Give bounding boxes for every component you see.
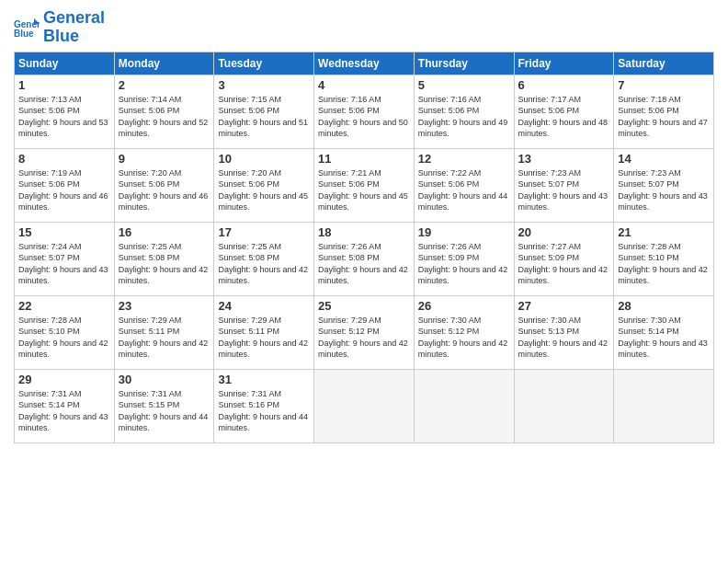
day-number: 21 xyxy=(618,225,710,239)
day-cell: 11 Sunrise: 7:21 AM Sunset: 5:06 PM Dayl… xyxy=(314,148,415,222)
day-cell: 8 Sunrise: 7:19 AM Sunset: 5:06 PM Dayli… xyxy=(15,148,115,222)
day-cell: 25 Sunrise: 7:29 AM Sunset: 5:12 PM Dayl… xyxy=(314,295,415,369)
week-row-3: 15 Sunrise: 7:24 AM Sunset: 5:07 PM Dayl… xyxy=(15,222,714,295)
day-number: 22 xyxy=(18,299,110,313)
day-info: Sunrise: 7:29 AM Sunset: 5:11 PM Dayligh… xyxy=(218,315,310,361)
day-cell: 3 Sunrise: 7:15 AM Sunset: 5:06 PM Dayli… xyxy=(214,75,314,148)
logo-icon: General Blue xyxy=(14,15,40,40)
day-info: Sunrise: 7:30 AM Sunset: 5:13 PM Dayligh… xyxy=(518,315,610,361)
day-cell: 22 Sunrise: 7:28 AM Sunset: 5:10 PM Dayl… xyxy=(15,295,115,369)
day-cell: 12 Sunrise: 7:22 AM Sunset: 5:06 PM Dayl… xyxy=(414,148,514,222)
day-info: Sunrise: 7:28 AM Sunset: 5:10 PM Dayligh… xyxy=(618,241,710,287)
day-cell: 6 Sunrise: 7:17 AM Sunset: 5:06 PM Dayli… xyxy=(514,75,614,148)
day-cell: 16 Sunrise: 7:25 AM Sunset: 5:08 PM Dayl… xyxy=(114,222,214,295)
day-number: 2 xyxy=(119,78,210,92)
day-number: 7 xyxy=(618,78,710,92)
day-info: Sunrise: 7:20 AM Sunset: 5:06 PM Dayligh… xyxy=(119,167,210,213)
day-info: Sunrise: 7:28 AM Sunset: 5:10 PM Dayligh… xyxy=(18,315,110,361)
day-info: Sunrise: 7:13 AM Sunset: 5:06 PM Dayligh… xyxy=(18,94,110,140)
day-info: Sunrise: 7:21 AM Sunset: 5:06 PM Dayligh… xyxy=(318,167,410,213)
day-number: 24 xyxy=(218,299,310,313)
day-info: Sunrise: 7:23 AM Sunset: 5:07 PM Dayligh… xyxy=(518,167,610,213)
day-number: 6 xyxy=(518,78,610,92)
day-info: Sunrise: 7:29 AM Sunset: 5:11 PM Dayligh… xyxy=(119,315,210,361)
day-cell: 17 Sunrise: 7:25 AM Sunset: 5:08 PM Dayl… xyxy=(214,222,314,295)
header: General Blue GeneralBlue xyxy=(14,9,714,46)
day-info: Sunrise: 7:20 AM Sunset: 5:06 PM Dayligh… xyxy=(218,167,310,213)
day-info: Sunrise: 7:16 AM Sunset: 5:06 PM Dayligh… xyxy=(318,94,410,140)
day-number: 23 xyxy=(119,299,210,313)
day-info: Sunrise: 7:25 AM Sunset: 5:08 PM Dayligh… xyxy=(218,241,310,287)
week-row-4: 22 Sunrise: 7:28 AM Sunset: 5:10 PM Dayl… xyxy=(15,295,714,369)
day-cell: 28 Sunrise: 7:30 AM Sunset: 5:14 PM Dayl… xyxy=(614,295,714,369)
col-header-thursday: Thursday xyxy=(414,52,514,75)
day-number: 3 xyxy=(218,78,310,92)
day-cell xyxy=(414,369,514,442)
day-cell: 31 Sunrise: 7:31 AM Sunset: 5:16 PM Dayl… xyxy=(214,369,314,442)
day-number: 12 xyxy=(418,152,510,166)
day-info: Sunrise: 7:16 AM Sunset: 5:06 PM Dayligh… xyxy=(418,94,510,140)
day-number: 16 xyxy=(119,225,210,239)
logo: General Blue GeneralBlue xyxy=(14,9,105,46)
day-cell xyxy=(514,369,614,442)
week-row-2: 8 Sunrise: 7:19 AM Sunset: 5:06 PM Dayli… xyxy=(15,148,714,222)
day-info: Sunrise: 7:26 AM Sunset: 5:08 PM Dayligh… xyxy=(318,241,410,287)
day-cell: 19 Sunrise: 7:26 AM Sunset: 5:09 PM Dayl… xyxy=(414,222,514,295)
logo-text: GeneralBlue xyxy=(43,9,105,46)
day-cell: 20 Sunrise: 7:27 AM Sunset: 5:09 PM Dayl… xyxy=(514,222,614,295)
day-info: Sunrise: 7:31 AM Sunset: 5:16 PM Dayligh… xyxy=(218,388,310,434)
day-info: Sunrise: 7:18 AM Sunset: 5:06 PM Dayligh… xyxy=(618,94,710,140)
day-info: Sunrise: 7:30 AM Sunset: 5:14 PM Dayligh… xyxy=(618,315,710,361)
day-cell: 18 Sunrise: 7:26 AM Sunset: 5:08 PM Dayl… xyxy=(314,222,415,295)
day-cell: 24 Sunrise: 7:29 AM Sunset: 5:11 PM Dayl… xyxy=(214,295,314,369)
day-info: Sunrise: 7:24 AM Sunset: 5:07 PM Dayligh… xyxy=(18,241,110,287)
col-header-sunday: Sunday xyxy=(15,52,115,75)
day-cell xyxy=(614,369,714,442)
day-cell: 4 Sunrise: 7:16 AM Sunset: 5:06 PM Dayli… xyxy=(314,75,415,148)
day-info: Sunrise: 7:30 AM Sunset: 5:12 PM Dayligh… xyxy=(418,315,510,361)
day-cell: 2 Sunrise: 7:14 AM Sunset: 5:06 PM Dayli… xyxy=(114,75,214,148)
day-cell xyxy=(314,369,415,442)
header-row: SundayMondayTuesdayWednesdayThursdayFrid… xyxy=(15,52,714,75)
day-cell: 9 Sunrise: 7:20 AM Sunset: 5:06 PM Dayli… xyxy=(114,148,214,222)
day-number: 29 xyxy=(18,373,110,386)
col-header-saturday: Saturday xyxy=(614,52,714,75)
day-cell: 26 Sunrise: 7:30 AM Sunset: 5:12 PM Dayl… xyxy=(414,295,514,369)
day-number: 13 xyxy=(518,152,610,166)
day-number: 26 xyxy=(418,299,510,313)
day-number: 31 xyxy=(218,373,310,386)
day-number: 25 xyxy=(318,299,410,313)
col-header-tuesday: Tuesday xyxy=(214,52,314,75)
day-number: 30 xyxy=(119,373,210,386)
day-number: 9 xyxy=(119,152,210,166)
day-number: 15 xyxy=(18,225,110,239)
day-cell: 27 Sunrise: 7:30 AM Sunset: 5:13 PM Dayl… xyxy=(514,295,614,369)
calendar: SundayMondayTuesdayWednesdayThursdayFrid… xyxy=(14,52,714,443)
svg-text:Blue: Blue xyxy=(14,29,34,39)
day-info: Sunrise: 7:31 AM Sunset: 5:14 PM Dayligh… xyxy=(18,388,110,434)
day-cell: 10 Sunrise: 7:20 AM Sunset: 5:06 PM Dayl… xyxy=(214,148,314,222)
col-header-wednesday: Wednesday xyxy=(314,52,415,75)
day-cell: 15 Sunrise: 7:24 AM Sunset: 5:07 PM Dayl… xyxy=(15,222,115,295)
day-info: Sunrise: 7:25 AM Sunset: 5:08 PM Dayligh… xyxy=(119,241,210,287)
day-number: 11 xyxy=(318,152,410,166)
col-header-monday: Monday xyxy=(114,52,214,75)
day-number: 20 xyxy=(518,225,610,239)
day-number: 18 xyxy=(318,225,410,239)
page: General Blue GeneralBlue SundayMondayTue… xyxy=(0,0,728,563)
day-number: 10 xyxy=(218,152,310,166)
day-number: 28 xyxy=(618,299,710,313)
col-header-friday: Friday xyxy=(514,52,614,75)
day-info: Sunrise: 7:22 AM Sunset: 5:06 PM Dayligh… xyxy=(418,167,510,213)
day-info: Sunrise: 7:17 AM Sunset: 5:06 PM Dayligh… xyxy=(518,94,610,140)
day-number: 14 xyxy=(618,152,710,166)
day-cell: 7 Sunrise: 7:18 AM Sunset: 5:06 PM Dayli… xyxy=(614,75,714,148)
day-cell: 21 Sunrise: 7:28 AM Sunset: 5:10 PM Dayl… xyxy=(614,222,714,295)
day-number: 8 xyxy=(18,152,110,166)
day-cell: 23 Sunrise: 7:29 AM Sunset: 5:11 PM Dayl… xyxy=(114,295,214,369)
day-cell: 1 Sunrise: 7:13 AM Sunset: 5:06 PM Dayli… xyxy=(15,75,115,148)
day-cell: 5 Sunrise: 7:16 AM Sunset: 5:06 PM Dayli… xyxy=(414,75,514,148)
day-number: 4 xyxy=(318,78,410,92)
day-number: 27 xyxy=(518,299,610,313)
week-row-5: 29 Sunrise: 7:31 AM Sunset: 5:14 PM Dayl… xyxy=(15,369,714,442)
